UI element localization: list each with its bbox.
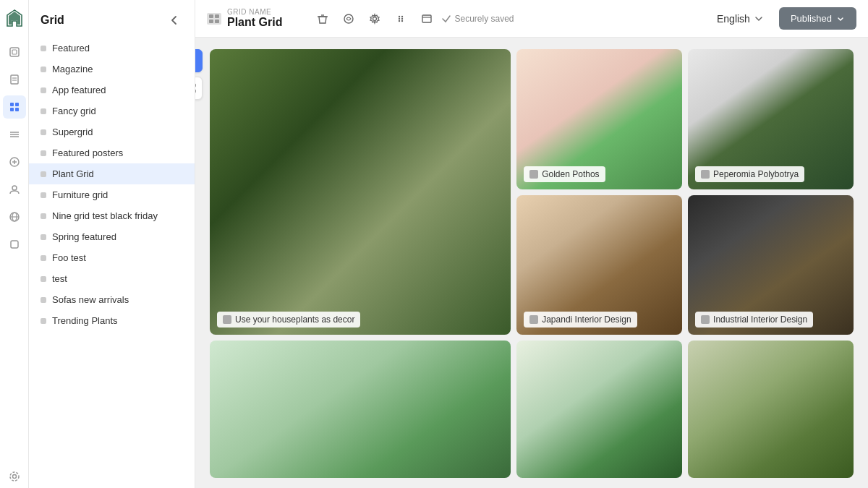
sidebar-icon-settings[interactable] xyxy=(3,465,26,488)
sidebar-item-label: Nine grid test black friday xyxy=(52,210,183,221)
svg-point-32 xyxy=(399,17,400,19)
sidebar-item-label: test xyxy=(52,273,183,284)
svg-rect-24 xyxy=(209,20,213,23)
sidebar-item-dot xyxy=(41,67,46,72)
sidebar-item-dot xyxy=(41,129,46,135)
svg-rect-5 xyxy=(10,103,14,106)
delete-button[interactable] xyxy=(311,7,334,30)
sidebar-title: Grid xyxy=(41,14,64,27)
sidebar-item-dot xyxy=(41,46,46,51)
sidebar-item-dot xyxy=(41,108,46,114)
svg-point-20 xyxy=(12,475,16,479)
grid-item-label-icon xyxy=(529,170,538,179)
sidebar-item-app-featured[interactable]: App featured xyxy=(29,80,195,100)
sidebar-item-label: Fancy grid xyxy=(52,106,183,116)
sidebar-icon-add[interactable] xyxy=(3,150,26,174)
sidebar-item-label: Magazine xyxy=(52,64,183,74)
header-grid-info: Grid name Plant Grid xyxy=(227,8,282,29)
list-view-toggle[interactable] xyxy=(195,77,203,100)
back-button[interactable] xyxy=(166,12,183,29)
sidebar-item-dot xyxy=(41,171,46,177)
grid-item-label: Use your houseplants as decor xyxy=(217,312,360,328)
svg-point-31 xyxy=(401,15,403,17)
grid-item-item-4[interactable]: Japandi Interior Design xyxy=(516,195,682,335)
drag-button[interactable] xyxy=(389,7,412,30)
share-button[interactable] xyxy=(337,7,360,30)
preview-button[interactable] xyxy=(415,7,438,30)
sidebar-item-label: App featured xyxy=(52,85,183,95)
sidebar-item-trending-plants[interactable]: Trending Plants xyxy=(29,310,195,331)
sidebar-item-supergrid[interactable]: Supergrid xyxy=(29,121,195,142)
sidebar-icon-box[interactable] xyxy=(3,233,26,256)
header-actions: Securely saved xyxy=(311,7,514,30)
sidebar-item-label: Plant Grid xyxy=(52,168,183,179)
sidebar-item-plant-grid[interactable]: Plant Grid xyxy=(29,163,195,184)
sidebar-icon-home[interactable] xyxy=(3,40,26,64)
grid-item-label-icon xyxy=(529,315,538,324)
svg-rect-25 xyxy=(215,20,219,23)
top-header: Grid name Plant Grid Securely saved xyxy=(195,0,868,38)
main-area: Grid name Plant Grid Securely saved xyxy=(195,0,868,488)
sidebar-item-label: Spring featured xyxy=(52,231,183,242)
language-label: English xyxy=(717,13,750,25)
grid-item-item-7[interactable] xyxy=(516,341,682,478)
grid-item-label: Golden Pothos xyxy=(524,166,605,182)
app-logo[interactable] xyxy=(4,9,25,29)
svg-rect-6 xyxy=(15,103,19,106)
sidebar-item-fancy-grid[interactable]: Fancy grid xyxy=(29,100,195,121)
sidebar-item-label: Furniture grid xyxy=(52,189,183,200)
grid-item-label: Industrial Interior Design xyxy=(695,312,813,328)
sidebar-item-furniture-grid[interactable]: Furniture grid xyxy=(29,184,195,205)
sidebar-item-dot xyxy=(41,87,46,93)
grid-item-label-icon xyxy=(701,315,710,324)
sidebar-list: Featured Magazine App featured Fancy gri… xyxy=(29,35,195,488)
svg-rect-2 xyxy=(11,75,18,84)
sidebar-header: Grid xyxy=(29,0,195,35)
grid-item-label: Peperomia Polybotrya xyxy=(695,166,804,182)
grid-item-item-3[interactable]: Peperomia Polybotrya xyxy=(688,49,854,189)
sidebar-item-dot xyxy=(41,318,46,324)
sidebar-item-dot xyxy=(41,150,46,156)
sidebar-item-dot xyxy=(41,255,46,261)
svg-point-15 xyxy=(12,186,17,190)
svg-point-34 xyxy=(399,20,400,21)
sidebar-icon-globe[interactable] xyxy=(3,205,26,228)
sidebar-item-spring-featured[interactable]: Spring featured xyxy=(29,226,195,247)
grid-item-item-2[interactable]: Golden Pothos xyxy=(516,49,682,189)
sidebar-icon-pages[interactable] xyxy=(3,68,26,91)
content-area: Use your houseplants as decor Golden Pot… xyxy=(195,38,868,488)
svg-rect-36 xyxy=(422,15,431,22)
publish-button[interactable]: Published xyxy=(779,7,856,30)
sidebar: Grid Featured Magazine App featured Fanc… xyxy=(29,0,195,488)
grid-item-item-6[interactable] xyxy=(210,341,511,478)
sidebar-item-test[interactable]: test xyxy=(29,268,195,289)
svg-rect-7 xyxy=(10,108,14,111)
sidebar-icon-person[interactable] xyxy=(3,178,26,201)
svg-point-28 xyxy=(344,14,353,23)
svg-point-30 xyxy=(399,15,400,17)
sidebar-item-sofas-new[interactable]: Sofas new arrivals xyxy=(29,289,195,310)
grid-item-item-8[interactable] xyxy=(688,341,854,478)
settings-button[interactable] xyxy=(363,7,386,30)
sidebar-icon-grid[interactable] xyxy=(3,95,26,119)
svg-point-35 xyxy=(401,20,403,21)
sidebar-item-featured-posters[interactable]: Featured posters xyxy=(29,142,195,163)
sidebar-item-foo-test[interactable]: Foo test xyxy=(29,247,195,268)
grid-item-label-icon xyxy=(701,170,710,179)
image-grid: Use your houseplants as decor Golden Pot… xyxy=(210,49,854,478)
language-selector[interactable]: English xyxy=(710,9,770,29)
sidebar-item-magazine[interactable]: Magazine xyxy=(29,59,195,80)
sidebar-item-dot xyxy=(41,213,46,219)
grid-view-toggle[interactable] xyxy=(195,49,203,72)
sidebar-item-label: Trending Plants xyxy=(52,315,183,326)
sidebar-item-nine-grid-test[interactable]: Nine grid test black friday xyxy=(29,205,195,226)
svg-rect-8 xyxy=(15,108,19,111)
grid-item-item-5[interactable]: Industrial Interior Design xyxy=(688,195,854,335)
sidebar-icon-nav[interactable] xyxy=(3,123,26,146)
sidebar-item-dot xyxy=(41,297,46,303)
sidebar-item-featured[interactable]: Featured xyxy=(29,38,195,59)
sidebar-item-label: Supergrid xyxy=(52,127,183,137)
grid-name: Plant Grid xyxy=(227,16,282,29)
grid-item-item-1[interactable]: Use your houseplants as decor xyxy=(210,49,511,335)
grid-item-label: Japandi Interior Design xyxy=(524,312,637,328)
